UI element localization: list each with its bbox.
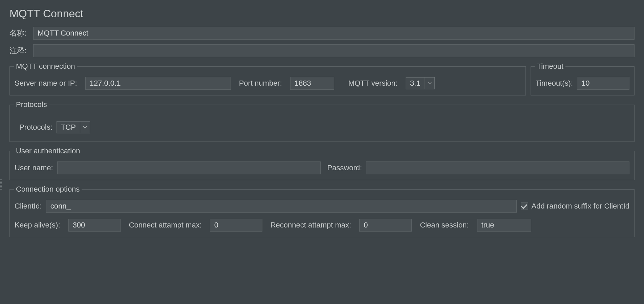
name-input[interactable]	[33, 27, 635, 40]
connection-options-legend: Connection options	[14, 185, 82, 194]
reconnect-attempt-label: Reconnect attampt max:	[271, 221, 351, 230]
server-input[interactable]	[85, 77, 231, 90]
keepalive-input[interactable]	[68, 219, 121, 232]
username-label: User name:	[15, 164, 53, 172]
password-input[interactable]	[366, 161, 629, 174]
random-suffix-label: Add random suffix for ClientId	[532, 202, 629, 211]
clientid-label: ClientId:	[15, 202, 42, 211]
mqtt-version-label: MQTT version:	[348, 79, 398, 88]
server-label: Server name or IP:	[15, 79, 77, 88]
port-label: Port number:	[239, 79, 282, 88]
random-suffix-checkbox-wrapper[interactable]: Add random suffix for ClientId	[521, 202, 629, 211]
mqtt-version-select[interactable]: 3.1	[406, 77, 435, 89]
protocols-fieldset: Protocols Protocols: TCP	[9, 100, 635, 142]
chevron-down-icon	[80, 122, 90, 133]
timeout-fieldset: Timeout Timeout(s):	[531, 62, 635, 95]
protocols-value: TCP	[57, 122, 80, 133]
user-auth-fieldset: User authentication User name: Password:	[9, 147, 635, 180]
timeout-legend: Timeout	[535, 62, 566, 71]
form-container: 名称: 注释: MQTT connection Server name or I…	[0, 27, 644, 237]
username-input[interactable]	[57, 161, 321, 174]
protocols-legend: Protocols	[14, 100, 49, 109]
port-input[interactable]	[290, 77, 334, 90]
mqtt-connection-legend: MQTT connection	[14, 62, 77, 71]
clean-session-label: Clean session:	[420, 221, 469, 230]
user-auth-legend: User authentication	[14, 147, 82, 155]
reconnect-attempt-input[interactable]	[359, 219, 412, 232]
keepalive-label: Keep alive(s):	[15, 221, 60, 230]
timeout-label: Timeout(s):	[536, 79, 573, 88]
comment-row: 注释:	[9, 44, 635, 57]
name-label: 名称:	[9, 28, 33, 38]
mqtt-connection-fieldset: MQTT connection Server name or IP: Port …	[9, 62, 526, 95]
name-row: 名称:	[9, 27, 635, 40]
comment-input[interactable]	[33, 44, 635, 57]
clientid-input[interactable]	[46, 200, 517, 213]
chevron-down-icon	[425, 78, 434, 89]
page-title: MQTT Connect	[0, 0, 644, 27]
timeout-input[interactable]	[577, 77, 629, 90]
mqtt-version-value: 3.1	[406, 78, 425, 89]
comment-label: 注释:	[9, 46, 33, 56]
clean-session-input[interactable]	[477, 219, 531, 232]
drag-handle-icon[interactable]	[0, 179, 2, 190]
protocols-label: Protocols:	[19, 123, 52, 132]
connect-attempt-label: Connect attampt max:	[129, 221, 202, 230]
connection-options-fieldset: Connection options ClientId: Add random …	[9, 185, 635, 237]
password-label: Password:	[327, 164, 362, 172]
random-suffix-checkbox[interactable]	[521, 202, 528, 210]
connection-timeout-row: MQTT connection Server name or IP: Port …	[9, 62, 635, 95]
protocols-select[interactable]: TCP	[57, 121, 90, 133]
connect-attempt-input[interactable]	[210, 219, 262, 232]
